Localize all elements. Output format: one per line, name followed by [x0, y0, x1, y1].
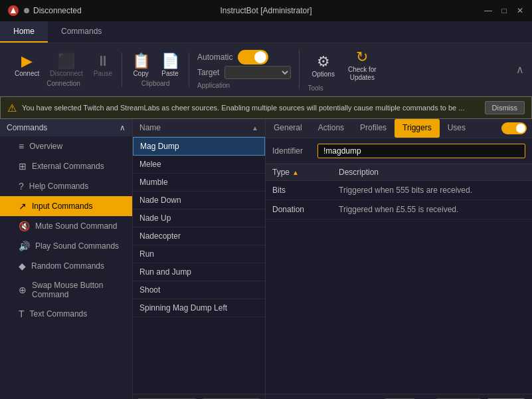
copy-button[interactable]: 📋 Copy: [128, 53, 154, 78]
options-icon: ⚙: [317, 53, 330, 70]
sidebar-item-external[interactable]: ⊞ External Commands: [0, 156, 132, 176]
tab-uses[interactable]: Uses: [440, 119, 474, 138]
sidebar-item-random[interactable]: ◆ Random Commands: [0, 256, 132, 276]
minimize-button[interactable]: —: [483, 5, 493, 16]
sidebar-item-text[interactable]: T Text Commands: [0, 304, 132, 324]
automatic-toggle[interactable]: [238, 50, 268, 65]
close-button[interactable]: ✕: [515, 5, 525, 16]
tab-home[interactable]: Home: [0, 21, 48, 43]
dismiss-button[interactable]: Dismiss: [485, 101, 525, 114]
sidebar: Commands ∧ ≡ Overview ⊞ External Command…: [0, 119, 133, 399]
command-item-melee[interactable]: Melee: [133, 156, 265, 174]
sidebar-item-label: Random Commands: [31, 261, 104, 271]
mute-icon: 🔇: [19, 221, 30, 231]
tab-actions[interactable]: Actions: [310, 119, 352, 138]
app-title: InstructBot [Administrator]: [220, 6, 311, 15]
application-group-label: Application: [197, 82, 291, 89]
main-tabbar: Home Commands: [0, 21, 532, 43]
content-area: Name ▲ Mag Dump Melee Mumble Nade Down N…: [133, 119, 532, 399]
command-item-shoot[interactable]: Shoot: [133, 281, 265, 299]
command-item-mag-dump[interactable]: Mag Dump: [133, 137, 265, 156]
application-group: Automatic Target Application: [189, 50, 300, 89]
tools-group-label: Tools: [308, 84, 323, 92]
sort-icon: ▲: [252, 124, 258, 132]
command-item-mumble[interactable]: Mumble: [133, 174, 265, 192]
toolbar: ▶ Connect ⬛ Disconnect ⏸ Pause Connectio…: [0, 43, 532, 96]
copy-icon: 📋: [132, 54, 150, 68]
text-icon: T: [19, 309, 25, 319]
options-button[interactable]: ⚙ Options: [308, 52, 338, 79]
connection-group: ▶ Connect ⬛ Disconnect ⏸ Pause Connectio…: [5, 53, 122, 87]
trigger-row-donation[interactable]: Donation Triggered when £5.55 is receive…: [266, 200, 532, 219]
sidebar-item-label: Text Commands: [30, 309, 88, 319]
description-column-header: Description: [339, 168, 525, 177]
swap-icon: ⊕: [19, 285, 27, 295]
commands-list-header: Name ▲: [133, 119, 265, 137]
identifier-input[interactable]: [317, 144, 525, 158]
tab-triggers[interactable]: Triggers: [395, 119, 440, 138]
sidebar-item-mute[interactable]: 🔇 Mute Sound Command: [0, 216, 132, 236]
command-item-nade-up[interactable]: Nade Up: [133, 209, 265, 227]
trigger-type-donation: Donation: [272, 205, 339, 214]
automatic-label: Automatic: [197, 53, 232, 62]
tools-group: ⚙ Options ↻ Check forUpdates Tools: [300, 47, 513, 92]
status-indicator: [24, 8, 29, 13]
paste-label: Paste: [161, 70, 179, 77]
commands-list: Mag Dump Melee Mumble Nade Down Nade Up …: [133, 137, 265, 394]
panel-toggle[interactable]: [501, 122, 527, 134]
paste-button[interactable]: 📄 Paste: [157, 53, 183, 78]
titlebar: Disconnected InstructBot [Administrator]…: [0, 0, 532, 21]
toggle-knob: [254, 51, 266, 63]
disconnect-icon: ⬛: [57, 54, 75, 68]
command-item-nade-down[interactable]: Nade Down: [133, 192, 265, 209]
input-icon: ↗: [19, 201, 27, 211]
sidebar-item-overview[interactable]: ≡ Overview: [0, 136, 132, 156]
sidebar-item-label: Play Sound Commands: [35, 241, 119, 251]
connect-button[interactable]: ▶ Connect: [11, 53, 43, 78]
sidebar-item-label: External Commands: [32, 162, 104, 171]
sidebar-item-input[interactable]: ↗ Input Commands: [0, 196, 132, 216]
toolbar-collapse-button[interactable]: ∧: [513, 61, 527, 78]
tab-profiles[interactable]: Profiles: [352, 119, 395, 138]
external-icon: ⊞: [19, 161, 27, 172]
pause-icon: ⏸: [96, 54, 110, 68]
status-text: Disconnected: [33, 6, 82, 15]
command-item-spinning[interactable]: Spinning Mag Dump Left: [133, 299, 265, 317]
sidebar-item-help[interactable]: ? Help Commands: [0, 176, 132, 196]
play-icon: 🔊: [19, 241, 30, 251]
trigger-row-bits[interactable]: Bits Triggered when 555 bits are receive…: [266, 181, 532, 200]
refresh-icon: ↻: [356, 49, 368, 66]
command-item-run-jump[interactable]: Run and Jump: [133, 263, 265, 281]
sidebar-item-label: Input Commands: [32, 201, 92, 211]
panel-tabs: General Actions Profiles Triggers Uses: [266, 119, 532, 138]
sidebar-item-label: Swap Mouse Button Command: [32, 281, 126, 299]
type-column-header: Type ▲: [272, 168, 339, 177]
command-item-nadecopter[interactable]: Nadecopter: [133, 227, 265, 245]
copy-label: Copy: [133, 70, 148, 77]
sidebar-section-label: Commands: [7, 123, 47, 132]
help-icon: ?: [19, 181, 24, 192]
clipboard-group-label: Clipboard: [141, 80, 170, 87]
sidebar-item-swap[interactable]: ⊕ Swap Mouse Button Command: [0, 276, 132, 304]
check-updates-button[interactable]: ↻ Check forUpdates: [344, 47, 381, 83]
right-panel: General Actions Profiles Triggers Uses I…: [266, 119, 532, 399]
sidebar-item-label: Help Commands: [29, 182, 88, 191]
maximize-button[interactable]: □: [499, 5, 509, 16]
tab-commands[interactable]: Commands: [48, 21, 115, 43]
table-header: Type ▲ Description: [266, 164, 532, 181]
trigger-desc-donation: Triggered when £5.55 is received.: [339, 205, 525, 214]
connect-label: Connect: [15, 70, 39, 77]
command-item-run[interactable]: Run: [133, 245, 265, 263]
check-updates-label: Check forUpdates: [348, 66, 377, 82]
target-select[interactable]: [224, 66, 291, 79]
sidebar-item-play[interactable]: 🔊 Play Sound Commands: [0, 236, 132, 256]
tab-general[interactable]: General: [266, 119, 310, 138]
pause-label: Pause: [94, 70, 112, 77]
sidebar-section-commands[interactable]: Commands ∧: [0, 119, 132, 136]
warning-icon: ⚠: [7, 102, 17, 114]
sort-asc-icon: ▲: [292, 169, 299, 176]
disconnect-button[interactable]: ⬛ Disconnect: [46, 53, 86, 78]
pause-button[interactable]: ⏸ Pause: [90, 53, 116, 78]
sidebar-item-label: Overview: [29, 142, 62, 151]
sidebar-item-label: Mute Sound Command: [35, 221, 117, 231]
